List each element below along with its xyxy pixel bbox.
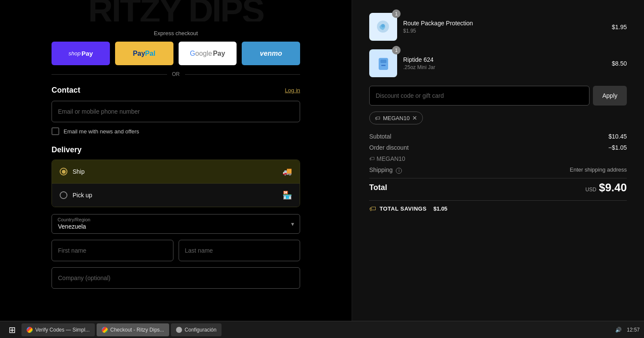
ship-icon: 🚚 [283,167,292,176]
venmo-button[interactable]: venmo [242,42,300,65]
item-image-wrapper-route: 1 [369,13,397,41]
svg-rect-4 [381,65,386,66]
ship-label: Ship [73,168,85,175]
country-select[interactable]: Venezuela [52,214,300,234]
gpay-button[interactable]: Google Pay [179,42,237,65]
total-amount: $9.40 [599,181,627,194]
express-buttons: shop Pay PayPal Google Pay venmo [52,42,300,65]
item-image-riptide [369,49,397,77]
discount-code-tag-row: 🏷 MEGAN10 [369,155,405,162]
savings-tag-icon: 🏷 [369,205,376,213]
taskbar-tab-verify[interactable]: Verify Codes — Simpl... [21,323,95,336]
summary-divider [369,178,627,178]
login-link[interactable]: Log in [285,87,300,94]
tag-icon: 🏷 [375,115,380,121]
delivery-pickup-option[interactable]: Pick up 🏪 [52,184,300,207]
riptide-product-svg [374,54,393,73]
taskbar-tab-verify-label: Verify Codes — Simpl... [35,327,90,333]
taskbar-tab-settings[interactable]: Configuración [171,323,222,336]
subtotal-row: Subtotal $10.45 [369,133,627,140]
discount-row: Apply [369,86,627,106]
taskbar: ⊞ Verify Codes — Simpl... Checkout - Rit… [0,321,644,338]
shipping-row: Shipping i Enter shipping address [369,166,627,174]
total-currency: USD [586,187,596,193]
banner-text: RITZY DIPS [52,0,300,21]
taskbar-left: ⊞ Verify Codes — Simpl... Checkout - Rit… [4,323,222,336]
remove-coupon-button[interactable]: ✕ [412,115,417,121]
delivery-ship-option[interactable]: Ship 🚚 [52,160,300,184]
newsletter-checkbox-row: Email me with news and offers [52,127,300,135]
company-input[interactable] [52,267,300,289]
right-panel: 1 Route Package Protection $1.95 $1.95 1 [352,0,644,338]
apply-button[interactable]: Apply [593,86,627,106]
taskbar-network-icon: 🔊 [615,327,622,333]
newsletter-label: Email me with news and offers [64,128,139,135]
total-label: Total [369,183,387,192]
shipping-label: Shipping i [369,166,402,174]
email-input[interactable] [52,101,300,122]
order-discount-label: Order discount [369,144,409,151]
pickup-radio[interactable] [60,191,67,199]
item-badge-route: 1 [392,9,401,18]
order-item-route: 1 Route Package Protection $1.95 $1.95 [369,13,627,41]
newsletter-checkbox[interactable] [52,127,59,135]
pickup-option-left: Pick up [60,191,92,199]
savings-row: 🏷 TOTAL SAVINGS $1.05 [369,200,627,217]
subtotal-value: $10.45 [608,133,627,140]
coupon-tag: 🏷 MEGAN10 ✕ [369,112,423,124]
pickup-icon: 🏪 [283,190,292,200]
delivery-title: Delivery [52,145,82,154]
left-panel: RITZY DIPS Express checkout shop Pay Pay… [0,0,352,338]
first-name-input[interactable] [52,240,173,261]
item-sub-riptide: .25oz Mini Jar [403,64,606,70]
pickup-label: Pick up [73,192,92,199]
item-price-route: $1.95 [612,24,627,30]
total-right: USD $9.40 [586,181,627,194]
delivery-header: Delivery [52,145,300,154]
savings-amount: $1.05 [434,205,448,212]
tag-icon-small: 🏷 [369,156,374,162]
discount-code-display: MEGAN10 [377,155,405,162]
delivery-options: Ship 🚚 Pick up 🏪 [52,160,300,207]
order-discount-row: Order discount −$1.05 [369,144,627,151]
taskbar-tab-checkout[interactable]: Checkout - Ritzy Dips... [97,323,169,336]
item-info-route: Route Package Protection $1.95 [403,20,606,34]
item-name-riptide: Riptide 624 [403,56,606,63]
discount-input[interactable] [369,86,589,106]
last-name-input[interactable] [179,240,301,261]
paypal-button[interactable]: PayPal [115,42,173,65]
taskbar-tab-settings-label: Configuración [185,327,216,333]
discount-value: −$1.05 [608,144,627,151]
svg-rect-3 [380,60,386,63]
svg-point-1 [381,24,385,27]
item-sub-route: $1.95 [403,28,606,34]
or-divider: OR [52,71,300,77]
item-name-route: Route Package Protection [403,20,606,27]
country-wrapper: Country/Region Venezuela ▾ [52,214,300,234]
item-image-route [369,13,397,41]
ship-option-left: Ship [60,168,85,175]
order-item-riptide: 1 Riptide 624 .25oz Mini Jar $8.50 [369,49,627,77]
ship-radio[interactable] [60,168,67,175]
chrome-icon-1 [27,327,33,333]
express-checkout-label: Express checkout [52,30,300,36]
shipping-info-icon: i [396,168,402,174]
subtotal-label: Subtotal [369,133,391,140]
contact-title: Contact [52,86,80,95]
item-badge-riptide: 1 [392,46,401,54]
coupon-code: MEGAN10 [383,115,410,121]
total-row: Total USD $9.40 [369,181,627,194]
contact-header: Contact Log in [52,86,300,95]
taskbar-right: 🔊 12:57 [615,327,640,333]
route-product-svg [374,17,393,36]
shipping-value: Enter shipping address [570,166,627,174]
item-price-riptide: $8.50 [612,60,627,67]
taskbar-tab-checkout-label: Checkout - Ritzy Dips... [110,327,164,333]
name-fields-row [52,240,300,261]
savings-label: TOTAL SAVINGS [380,205,427,212]
shoppay-button[interactable]: shop Pay [52,42,110,65]
discount-code-row: 🏷 MEGAN10 [369,155,627,162]
start-button[interactable]: ⊞ [4,323,20,336]
settings-icon [176,327,182,333]
chrome-icon-2 [102,327,108,333]
